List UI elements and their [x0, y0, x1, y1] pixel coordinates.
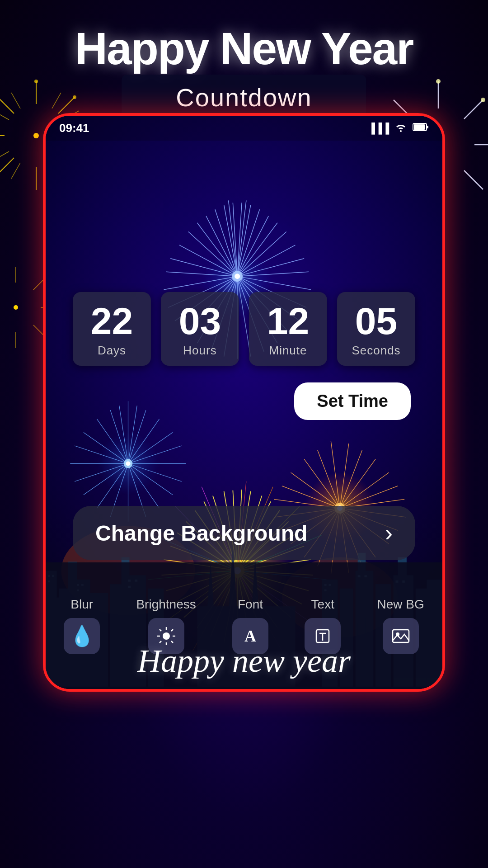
svg-rect-240: [393, 630, 409, 642]
font-label: Font: [238, 597, 263, 612]
change-background-arrow: ›: [385, 519, 393, 547]
signal-icon: ▐▐▐: [368, 123, 389, 134]
svg-point-228: [163, 632, 170, 640]
days-label: Days: [98, 344, 126, 358]
svg-line-235: [171, 629, 173, 631]
svg-point-80: [235, 274, 240, 279]
status-icons: ▐▐▐: [368, 122, 429, 135]
hours-tile: 03 Hours: [161, 292, 239, 366]
svg-point-224: [400, 130, 402, 132]
days-tile: 22 Days: [73, 292, 151, 366]
svg-rect-226: [414, 124, 425, 130]
svg-line-233: [160, 629, 161, 631]
set-time-label: Set Time: [317, 392, 388, 410]
days-value: 22: [91, 302, 133, 340]
wifi-icon: [394, 122, 407, 135]
status-time: 09:41: [59, 121, 89, 135]
brightness-label: Brightness: [136, 597, 196, 612]
status-bar: 09:41 ▐▐▐: [46, 116, 442, 141]
minutes-label: Minute: [269, 344, 307, 358]
minutes-value: 12: [267, 302, 309, 340]
countdown-label: Countdown: [176, 83, 312, 112]
hours-value: 03: [179, 302, 221, 340]
bottom-greeting: Happy new year: [137, 643, 351, 679]
seconds-label: Seconds: [352, 344, 400, 358]
countdown-tiles: 22 Days 03 Hours 12 Minute 05 Seconds: [73, 292, 415, 366]
blur-label: Blur: [70, 597, 93, 612]
title-text: Happy New Year: [75, 23, 413, 74]
text-label: Text: [311, 597, 334, 612]
svg-point-105: [126, 462, 131, 466]
svg-rect-227: [427, 126, 428, 128]
minutes-tile: 12 Minute: [249, 292, 327, 366]
app-title: Happy New Year: [0, 23, 488, 75]
set-time-button[interactable]: Set Time: [294, 382, 411, 420]
change-background-button[interactable]: Change Background ›: [73, 506, 415, 560]
happy-new-year-text: Happy new year: [46, 642, 442, 680]
new-bg-label: New BG: [377, 597, 424, 612]
phone-frame: 09:41 ▐▐▐: [43, 113, 445, 692]
seconds-tile: 05 Seconds: [337, 292, 415, 366]
seconds-value: 05: [355, 302, 397, 340]
phone-interior: 09:41 ▐▐▐: [46, 116, 442, 689]
battery-icon: [413, 122, 429, 135]
change-background-label: Change Background: [95, 521, 307, 546]
hours-label: Hours: [183, 344, 216, 358]
